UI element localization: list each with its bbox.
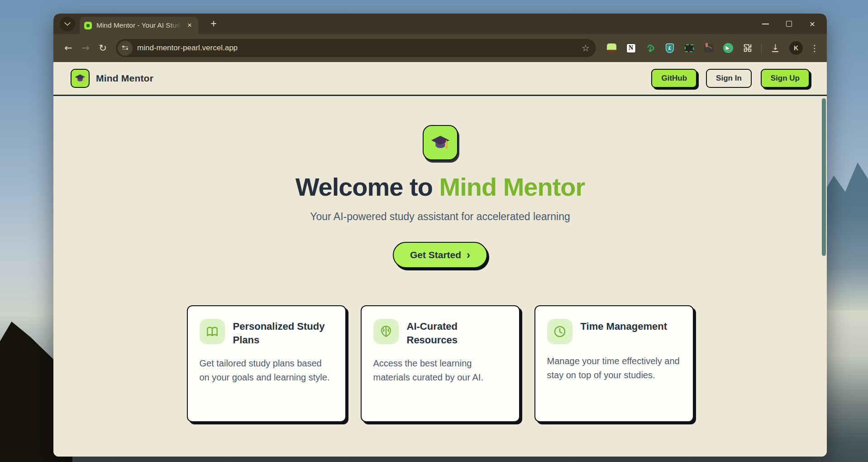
tab-title: Mind Mentor - Your AI Study As <box>96 21 183 29</box>
desktop-background: Mind Mentor - Your AI Study As × + × ← →… <box>0 0 868 462</box>
toolbar-divider <box>761 43 762 53</box>
misty-ridge <box>820 149 868 313</box>
url-text[interactable]: mind-mentor-pearl.vercel.app <box>137 43 582 53</box>
hero-section: Welcome to Mind Mentor Your AI-powered s… <box>53 125 827 268</box>
page-viewport: Mind Mentor GitHub Sign In Sign Up <box>53 62 827 457</box>
download-tree-extension-icon[interactable] <box>642 40 658 56</box>
header-nav: GitHub Sign In Sign Up <box>651 69 810 88</box>
page-scrollbar[interactable] <box>822 98 826 256</box>
get-started-button[interactable]: Get Started › <box>393 242 487 268</box>
address-bar[interactable]: mind-mentor-pearl.vercel.app ☆ <box>116 39 596 57</box>
reload-button[interactable]: ↻ <box>94 39 111 57</box>
clock-icon <box>547 319 572 344</box>
hero-subtitle: Your AI-powered study assistant for acce… <box>53 211 827 223</box>
forward-button[interactable]: → <box>77 39 94 57</box>
currency-shield-extension-icon[interactable]: £ <box>662 40 678 56</box>
card-body: Manage your time effectively and stay on… <box>547 354 681 382</box>
page-title: Welcome to Mind Mentor <box>53 172 827 202</box>
card-title: Personalized Study Plans <box>233 319 334 346</box>
sprout-extension-icon[interactable] <box>603 40 620 56</box>
extensions-row: N £ <box>603 40 820 56</box>
bookmark-star-icon[interactable]: ☆ <box>582 43 590 53</box>
chevron-right-icon: › <box>467 250 470 260</box>
github-button[interactable]: GitHub <box>651 69 697 88</box>
hero-graduation-cap-icon <box>423 125 458 160</box>
sign-in-button[interactable]: Sign In <box>706 69 752 88</box>
browser-toolbar: ← → ↻ mind-mentor-pearl.vercel.app ☆ N <box>53 34 827 62</box>
card-title: AI-Curated Resources <box>407 319 507 346</box>
bookmark-tile-extension-icon[interactable] <box>701 40 717 56</box>
profile-avatar[interactable]: K <box>789 41 803 55</box>
downloads-button[interactable]: ↓ <box>767 40 783 56</box>
minimize-button[interactable] <box>754 14 777 34</box>
screen-capture-extension-icon[interactable] <box>681 40 697 56</box>
card-ai-curated-resources: AI-Curated Resources Access the best lea… <box>361 305 520 422</box>
card-body: Access the best learning materials curat… <box>373 356 507 385</box>
notion-extension-icon[interactable]: N <box>623 40 639 56</box>
browser-menu-button[interactable]: ⋮ <box>809 43 820 53</box>
graduation-cap-logo-icon <box>71 69 90 88</box>
brand-name: Mind Mentor <box>96 73 153 84</box>
back-button[interactable]: ← <box>60 39 77 57</box>
browser-window: Mind Mentor - Your AI Study As × + × ← →… <box>53 14 827 457</box>
close-window-button[interactable]: × <box>801 14 824 34</box>
chevron-down-icon <box>64 19 71 26</box>
browser-tab[interactable]: Mind Mentor - Your AI Study As × <box>80 17 198 34</box>
fog-bank <box>820 310 868 462</box>
site-header: Mind Mentor GitHub Sign In Sign Up <box>53 62 827 96</box>
sign-up-button[interactable]: Sign Up <box>761 69 810 88</box>
maximize-icon <box>786 21 792 27</box>
new-tab-button[interactable]: + <box>206 17 221 31</box>
brand[interactable]: Mind Mentor <box>71 69 153 88</box>
maximize-button[interactable] <box>777 14 801 34</box>
card-time-management: Time Management Manage your time effecti… <box>534 305 694 422</box>
minimize-icon <box>762 24 769 24</box>
tab-close-button[interactable]: × <box>186 21 194 30</box>
card-personalized-study-plans: Personalized Study Plans Get tailored st… <box>187 305 346 422</box>
page-title-brand: Mind Mentor <box>439 173 585 201</box>
window-controls: × <box>754 14 824 34</box>
card-body: Get tailored study plans based on your g… <box>200 356 334 385</box>
brain-icon <box>373 319 399 344</box>
card-title: Time Management <box>581 319 668 333</box>
site-settings-icon[interactable] <box>118 41 133 56</box>
tab-search-button[interactable] <box>60 17 75 31</box>
site-favicon-icon <box>84 22 92 29</box>
feature-cards: Personalized Study Plans Get tailored st… <box>53 305 827 422</box>
book-icon <box>200 319 225 344</box>
extensions-puzzle-icon[interactable] <box>739 40 756 56</box>
browser-titlebar: Mind Mentor - Your AI Study As × + × <box>53 14 827 34</box>
cursor-clicker-extension-icon[interactable] <box>720 40 736 56</box>
